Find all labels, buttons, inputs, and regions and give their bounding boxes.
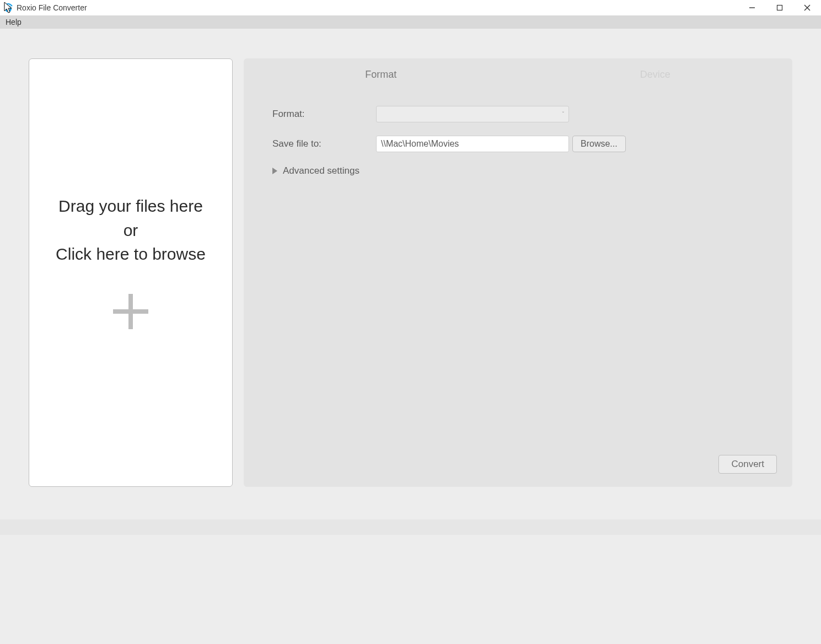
save-path-value: \\Mac\Home\Movies	[381, 139, 459, 149]
browse-button[interactable]: Browse...	[572, 136, 626, 152]
maximize-button[interactable]	[766, 0, 793, 15]
chevron-down-icon: ˇ	[562, 111, 564, 117]
advanced-label: Advanced settings	[283, 165, 359, 176]
save-row: Save file to: \\Mac\Home\Movies Browse..…	[272, 136, 764, 152]
format-label: Format:	[272, 109, 376, 120]
titlebar: Roxio File Converter	[0, 0, 821, 15]
format-select[interactable]: ˇ	[376, 106, 569, 122]
drop-text-line2: or	[124, 218, 138, 243]
close-button[interactable]	[793, 0, 821, 15]
save-label: Save file to:	[272, 138, 376, 149]
convert-label: Convert	[731, 459, 764, 470]
svg-rect-3	[777, 6, 782, 10]
tab-format[interactable]: Format	[244, 69, 518, 80]
window-controls	[738, 0, 821, 15]
format-row: Format: ˇ	[272, 106, 764, 122]
browse-label: Browse...	[581, 139, 618, 149]
drop-text-line3: Click here to browse	[56, 242, 206, 266]
svg-point-1	[7, 8, 10, 10]
tabs: Format Device	[244, 58, 792, 90]
svg-rect-7	[113, 309, 148, 314]
convert-button[interactable]: Convert	[718, 455, 777, 474]
plus-icon	[112, 293, 149, 332]
triangle-right-icon	[272, 168, 277, 174]
app-icon	[3, 3, 13, 13]
file-drop-zone[interactable]: Drag your files here or Click here to br…	[29, 58, 233, 487]
drop-text-line1: Drag your files here	[58, 194, 203, 218]
minimize-button[interactable]	[738, 0, 766, 15]
advanced-settings-toggle[interactable]: Advanced settings	[272, 165, 764, 176]
window-title: Roxio File Converter	[17, 3, 87, 12]
tab-device[interactable]: Device	[518, 69, 793, 80]
main-content: Drag your files here or Click here to br…	[0, 29, 821, 487]
form-area: Format: ˇ Save file to: \\Mac\Home\Movie…	[244, 90, 792, 176]
menu-help[interactable]: Help	[3, 17, 24, 28]
bottom-strip	[0, 519, 821, 535]
settings-panel: Format Device Format: ˇ Save file to: \\…	[244, 58, 792, 487]
menubar: Help	[0, 15, 821, 29]
save-path-input[interactable]: \\Mac\Home\Movies	[376, 136, 569, 152]
